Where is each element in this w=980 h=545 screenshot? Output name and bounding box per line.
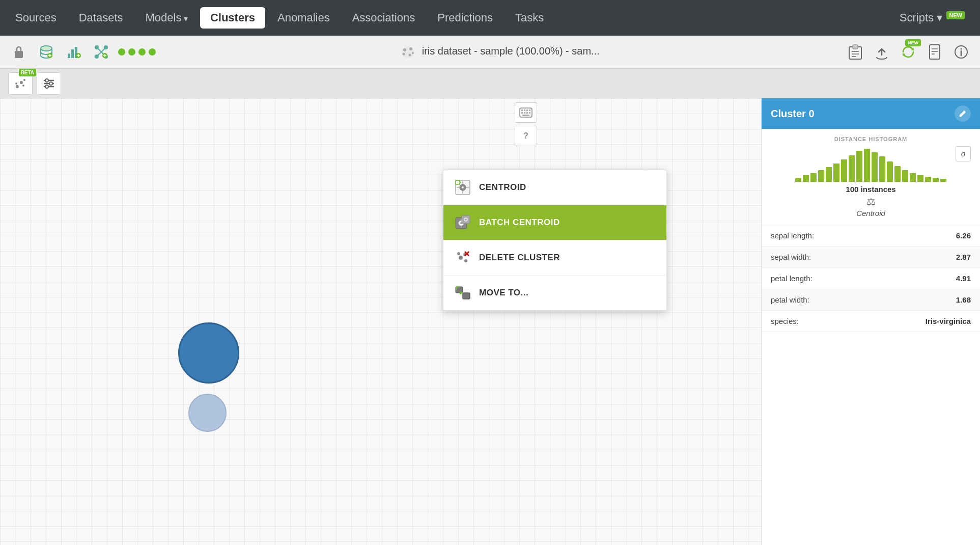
data-row-label: petal length: [771,274,813,283]
nav-models[interactable]: Models [135,7,198,29]
upload-icon[interactable] [871,41,892,63]
svg-point-19 [412,52,414,54]
svg-point-1 [41,46,52,51]
scale-icon: ⚖ [866,196,876,208]
data-row-label: sepal width: [771,253,811,261]
nav-predictions[interactable]: Predictions [427,7,503,29]
dropdown-item-batch-centroid[interactable]: BATCH CENTROID [443,205,666,240]
histogram-bar [803,175,809,182]
svg-point-66 [457,252,460,255]
data-row: species: Iris-virginica [762,311,980,332]
histogram-bar [940,179,946,182]
nav-clusters[interactable]: Clusters [200,7,265,29]
svg-rect-50 [526,112,528,114]
svg-point-31 [961,48,962,50]
centroid-label: Centroid [771,209,971,217]
svg-point-41 [49,82,52,85]
svg-rect-46 [526,110,528,111]
dataset-title: iris dataset - sample (100.00%) - sam... [162,45,838,59]
svg-rect-48 [521,112,523,114]
dropdown-item-move-to[interactable]: MOVE TO... [443,276,666,310]
centroid-icon [454,178,472,197]
data-row-value: 1.68 [956,295,971,304]
histogram-bar [841,159,847,182]
beta-badge: BETA [19,69,36,76]
data-row-value: 2.87 [956,253,971,261]
data-row: sepal length: 6.26 [762,225,980,247]
histogram-bar [864,149,870,182]
move-to-label: MOVE TO... [479,288,528,298]
histogram-chart [771,146,971,182]
histogram-bar [917,175,923,182]
dataset-icon[interactable] [36,41,57,63]
nav-sources[interactable]: Sources [5,7,67,29]
lock-icon [8,41,30,63]
panel-edit-btn[interactable] [955,105,971,122]
svg-rect-52 [522,115,529,116]
refresh-new-badge: NEW [905,39,921,46]
nav-anomalies[interactable]: Anomalies [267,7,340,29]
delete-cluster-icon [454,249,472,267]
histogram-bar [810,173,817,182]
svg-point-40 [45,79,48,82]
data-row-value: 4.91 [956,274,971,283]
cluster-circle-large[interactable] [178,322,239,384]
model-icon[interactable] [91,41,112,63]
svg-rect-4 [71,49,74,58]
sub-toolbar: BETA [0,69,980,98]
svg-point-32 [16,85,19,88]
dropdown-item-delete-cluster[interactable]: DELETE CLUSTER [443,240,666,276]
svg-point-18 [409,54,411,57]
data-row-label: petal width: [771,295,809,304]
svg-point-62 [465,219,467,221]
keyboard-icon-btn[interactable] [515,102,537,123]
histogram-bar [902,170,908,182]
data-row: petal width: 1.68 [762,289,980,311]
svg-point-33 [20,81,23,84]
progress-dots [118,48,156,56]
histogram-bar [933,178,939,182]
nav-datasets[interactable]: Datasets [69,7,133,29]
svg-point-63 [459,256,463,260]
centroid-label: CENTROID [479,182,526,193]
instances-count: 100 [846,185,858,194]
svg-point-36 [22,85,24,87]
main-toolbar: iris dataset - sample (100.00%) - sam...… [0,36,980,69]
canvas-area[interactable]: ? [0,98,761,545]
histogram-bar [795,178,801,182]
refresh-icon[interactable]: NEW [898,41,919,63]
batch-centroid-icon [454,213,472,232]
histogram-bar [887,161,893,182]
svg-rect-25 [930,45,940,59]
histogram-section: DISTANCE HISTOGRAM σ 100 instances ⚖ Cen… [762,129,980,225]
cluster-circle-small[interactable] [188,394,227,432]
svg-rect-70 [463,293,470,299]
svg-point-15 [403,48,406,51]
nav-tasks[interactable]: Tasks [505,7,554,29]
info-icon[interactable] [950,41,972,63]
chart-icon[interactable] [63,41,85,63]
svg-point-16 [409,47,412,50]
clipboard-icon[interactable] [845,41,866,63]
settings-btn[interactable] [37,72,61,95]
svg-rect-21 [853,45,858,49]
svg-rect-44 [521,110,523,111]
histogram-title: DISTANCE HISTOGRAM [771,136,971,142]
scatter-plot-btn[interactable]: BETA [8,72,33,95]
sigma-button[interactable]: σ [956,146,971,161]
nav-scripts[interactable]: Scripts ▾ NEW [889,7,975,29]
batch-centroid-label: BATCH CENTROID [479,217,560,228]
svg-rect-47 [529,110,530,111]
main-content: ? Cluster 0 DISTANCE HISTOGRAM σ 100 ins… [0,98,980,545]
report-icon[interactable] [924,41,945,63]
help-icon-btn[interactable]: ? [515,126,537,146]
histogram-bar [925,177,931,182]
histogram-bar [818,170,824,182]
nav-associations[interactable]: Associations [342,7,426,29]
instances-label: 100 instances [771,185,971,194]
svg-point-42 [45,85,48,88]
dropdown-item-centroid[interactable]: CENTROID [443,170,666,205]
top-navigation: Sources Datasets Models Clusters Anomali… [0,0,980,36]
svg-point-17 [403,53,405,56]
data-rows: sepal length: 6.26 sepal width: 2.87 pet… [762,225,980,332]
